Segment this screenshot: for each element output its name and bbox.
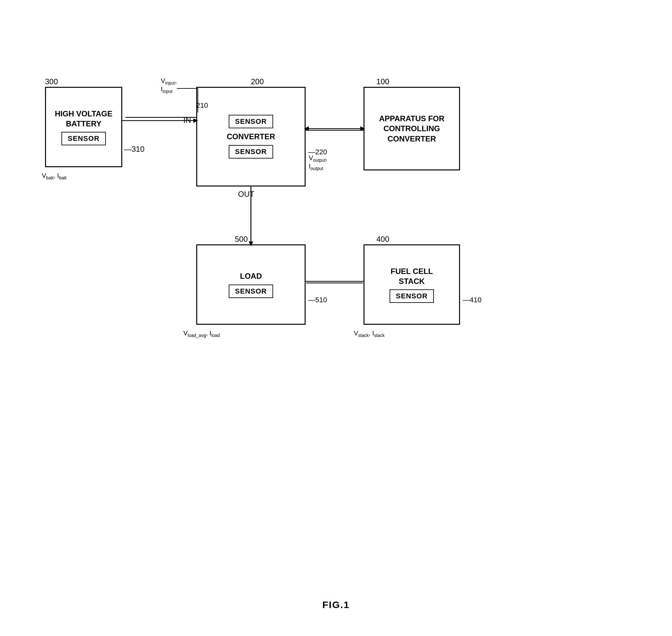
battery-label: HIGH VOLTAGEBATTERY	[55, 109, 112, 128]
load-label: LOAD	[240, 271, 262, 281]
converter-sensor-in-ref: 210	[196, 101, 208, 110]
fuelcell-sensor-ref: —410	[463, 296, 482, 304]
apparatus-ref: 100	[377, 77, 389, 86]
load-sensor: SENSOR	[229, 284, 273, 298]
fuelcell-sensor: SENSOR	[389, 290, 434, 303]
apparatus-block: APPARATUS FORCONTROLLINGCONVERTER	[364, 87, 460, 171]
converter-out-port: OUT	[238, 190, 254, 199]
load-ref: 500	[235, 235, 248, 244]
load-block: LOAD SENSOR	[196, 244, 306, 325]
converter-ref: 200	[251, 77, 264, 86]
load-sub: Vload_avg, Iload	[184, 330, 220, 338]
battery-ref: 300	[45, 77, 58, 86]
converter-in-port: IN	[184, 116, 191, 125]
battery-sensor: SENSOR	[61, 132, 106, 145]
voutput-label: Voutput,Ioutput	[309, 154, 327, 171]
battery-block: HIGH VOLTAGEBATTERY SENSOR	[45, 87, 122, 167]
converter-sensor-out: SENSOR	[229, 145, 273, 159]
converter-sensor-in: SENSOR	[229, 115, 273, 128]
vinput-label: Vinput,Iinput	[161, 77, 177, 94]
fuelcell-ref: 400	[377, 235, 389, 244]
battery-sub: Vbatt, Ibatt	[42, 172, 66, 180]
figure-label: FIG.1	[322, 599, 350, 610]
apparatus-label: APPARATUS FORCONTROLLINGCONVERTER	[379, 114, 444, 144]
diagram-container: HIGH VOLTAGEBATTERY SENSOR 300 —310 Vbat…	[26, 39, 646, 572]
converter-label: CONVERTER	[227, 132, 275, 141]
fuelcell-label: FUEL CELLSTACK	[390, 266, 433, 286]
fuelcell-sub: Vstack, Istack	[354, 330, 384, 338]
fuelcell-block: FUEL CELLSTACK SENSOR	[364, 244, 460, 325]
load-sensor-ref: —510	[308, 296, 327, 304]
battery-sensor-ref: —310	[124, 145, 145, 154]
converter-block: SENSOR CONVERTER SENSOR	[196, 87, 306, 186]
